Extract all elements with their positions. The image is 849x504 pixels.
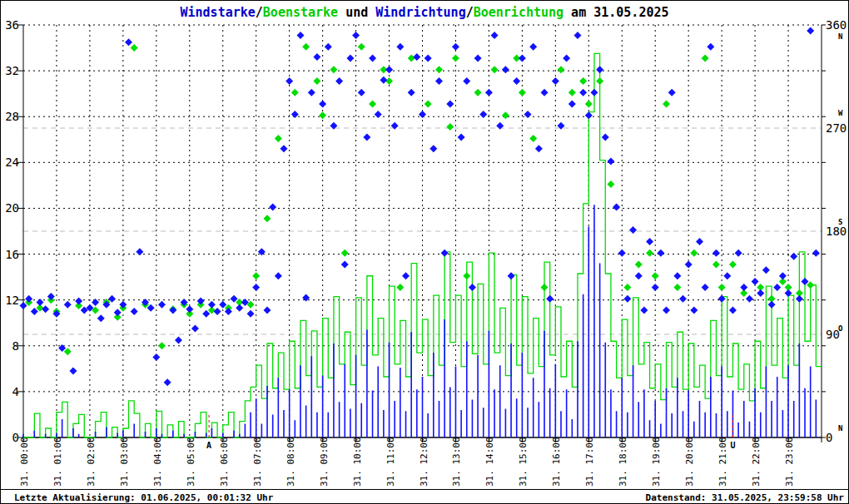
svg-text:20: 20: [5, 201, 19, 215]
svg-text:31. 03:00: 31. 03:00: [119, 437, 130, 487]
svg-text:W: W: [838, 109, 843, 117]
svg-text:31. 01:00: 31. 01:00: [52, 437, 63, 487]
svg-text:360: 360: [826, 18, 847, 32]
wind-direction-series: [20, 27, 820, 386]
left-axis-labels: 04812162024283236: [5, 18, 19, 444]
svg-text:31. 13:00: 31. 13:00: [451, 437, 462, 487]
weather-chart-page: Windstarke/Boenstarke und Windrichtung/B…: [0, 0, 849, 504]
svg-text:31. 19:00: 31. 19:00: [651, 437, 662, 487]
x-axis-labels: 31. 00:0031. 01:0031. 02:0031. 03:0031. …: [19, 437, 795, 487]
svg-text:31. 08:00: 31. 08:00: [285, 437, 296, 487]
svg-text:28: 28: [5, 110, 19, 123]
svg-text:16: 16: [5, 248, 19, 261]
last-update-text: Letzte Aktualisierung: 01.06.2025, 00:01…: [14, 492, 273, 503]
wind-chart-plot: 04812162024283236090180270360NWSON31. 00…: [1, 1, 849, 489]
svg-text:N: N: [838, 32, 842, 41]
svg-text:270: 270: [826, 121, 847, 135]
svg-text:31. 00:00: 31. 00:00: [19, 437, 30, 487]
svg-text:S: S: [838, 218, 842, 226]
axes: [17, 25, 826, 442]
svg-text:31. 05:00: 31. 05:00: [186, 437, 196, 487]
svg-text:31. 14:00: 31. 14:00: [484, 437, 495, 487]
svg-text:0: 0: [826, 431, 832, 444]
status-bar: Letzte Aktualisierung: 01.06.2025, 00:01…: [1, 489, 848, 504]
wind-strength-series: [23, 205, 816, 437]
svg-text:12: 12: [5, 294, 19, 307]
svg-text:31. 22:00: 31. 22:00: [751, 437, 762, 487]
svg-text:31. 15:00: 31. 15:00: [518, 437, 529, 487]
svg-text:A: A: [206, 441, 211, 450]
svg-text:N: N: [838, 424, 842, 432]
svg-text:31. 18:00: 31. 18:00: [618, 437, 628, 487]
svg-text:31. 16:00: 31. 16:00: [551, 437, 562, 487]
svg-text:24: 24: [5, 156, 19, 169]
svg-text:0: 0: [12, 431, 19, 444]
svg-text:36: 36: [5, 18, 19, 32]
right-axis-labels: 090180270360: [826, 18, 847, 444]
svg-text:32: 32: [5, 64, 19, 77]
svg-text:31. 12:00: 31. 12:00: [419, 437, 429, 487]
svg-text:31. 06:00: 31. 06:00: [219, 437, 230, 487]
svg-text:4: 4: [12, 385, 19, 398]
svg-text:U: U: [730, 441, 735, 450]
data-state-text: Datenstand: 31.05.2025, 23:59:58 Uhr: [646, 492, 844, 503]
svg-text:180: 180: [826, 225, 847, 238]
svg-text:O: O: [838, 324, 843, 333]
svg-text:31. 21:00: 31. 21:00: [717, 437, 728, 487]
svg-text:31. 23:00: 31. 23:00: [784, 437, 795, 487]
svg-text:31. 20:00: 31. 20:00: [684, 437, 695, 487]
svg-text:31. 11:00: 31. 11:00: [385, 437, 396, 487]
svg-text:31. 07:00: 31. 07:00: [252, 437, 263, 487]
svg-text:31. 04:00: 31. 04:00: [152, 437, 163, 487]
svg-text:8: 8: [12, 339, 19, 353]
svg-text:31. 17:00: 31. 17:00: [584, 437, 595, 487]
svg-text:31. 09:00: 31. 09:00: [319, 437, 330, 487]
svg-text:31. 10:00: 31. 10:00: [352, 437, 363, 487]
svg-text:31. 02:00: 31. 02:00: [86, 437, 97, 487]
